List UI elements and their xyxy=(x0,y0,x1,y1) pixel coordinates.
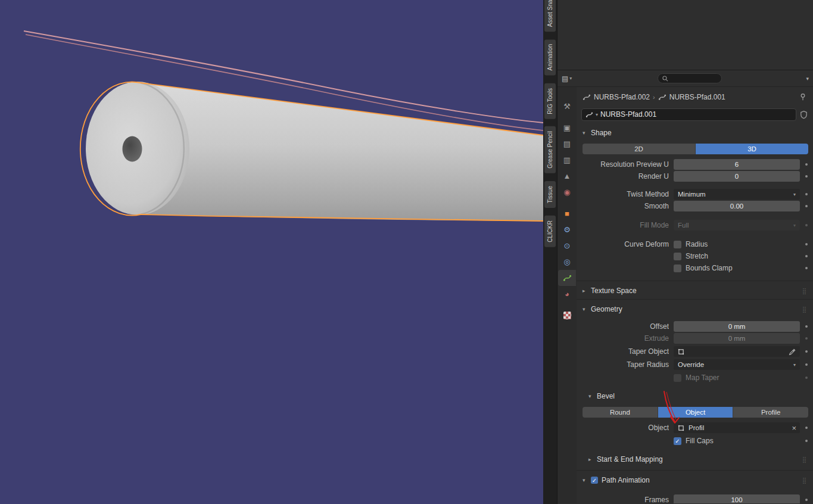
expand-icon: ▾ xyxy=(583,130,587,136)
frames-field[interactable]: 100 xyxy=(674,494,800,503)
chevron-down-icon: ▾ xyxy=(793,192,796,197)
animate-dot-icon[interactable] xyxy=(805,193,808,195)
dimension-3d-button[interactable]: 3D xyxy=(696,144,808,154)
search-input[interactable] xyxy=(671,75,717,82)
bevel-object-button[interactable]: Object xyxy=(658,407,734,418)
tab-modifiers[interactable]: ⚙ xyxy=(558,222,576,238)
bevel-mode-toggle: Round Object Profile xyxy=(583,407,808,418)
sidebar-tab-grease-pencil[interactable]: Grease Pencil xyxy=(544,126,556,173)
animate-dot-icon[interactable] xyxy=(805,205,808,207)
properties-search[interactable] xyxy=(658,73,722,83)
smooth-field[interactable]: 0.00 xyxy=(674,201,800,211)
animate-dot-icon[interactable] xyxy=(805,440,808,442)
sidebar-tab-tissue[interactable]: Tissue xyxy=(544,181,556,208)
render-u-label: Render U xyxy=(577,172,669,181)
editor-type-button[interactable]: ▤ ▾ xyxy=(562,74,572,83)
animate-dot-icon[interactable] xyxy=(805,267,808,269)
properties-content: NURBS-Pfad.002 › NURBS-Pfad.001 ▾ ▾ Shap… xyxy=(577,87,813,503)
sidebar-tab-rig-tools[interactable]: RIG Tools xyxy=(544,83,556,119)
datablock-browse-icon[interactable]: ▾ xyxy=(596,112,598,117)
animate-dot-icon[interactable] xyxy=(805,499,808,501)
animate-dot-icon xyxy=(805,377,808,379)
clear-icon[interactable]: × xyxy=(792,424,796,432)
tab-output[interactable]: ▤ xyxy=(558,136,576,152)
sidebar-tab-animation[interactable]: Animation xyxy=(544,39,556,75)
viewport-scene xyxy=(0,0,543,504)
tab-texture[interactable] xyxy=(558,307,576,323)
tab-world[interactable]: ◉ xyxy=(558,184,576,200)
drag-handle-icon[interactable]: ⣿ xyxy=(802,477,807,484)
drag-handle-icon[interactable]: ⣿ xyxy=(802,288,807,294)
tab-render[interactable]: ▣ xyxy=(558,120,576,136)
breadcrumb-object[interactable]: NURBS-Pfad.002 xyxy=(594,93,650,101)
frames-label: Frames xyxy=(577,496,669,503)
stretch-checkbox-label: Stretch xyxy=(686,252,708,260)
tab-object-data[interactable] xyxy=(558,270,576,286)
texture-space-panel-header[interactable]: ▸ Texture Space ⣿ xyxy=(577,285,813,297)
tab-view-layer[interactable]: ▥ xyxy=(558,152,576,168)
bevel-profile-button[interactable]: Profile xyxy=(733,407,808,418)
fill-caps-checkbox-label: Fill Caps xyxy=(686,437,714,445)
fake-user-shield-icon[interactable] xyxy=(799,110,808,119)
datablock-name-input[interactable] xyxy=(600,110,792,119)
animate-dot-icon xyxy=(805,224,808,226)
animate-dot-icon[interactable] xyxy=(805,243,808,245)
bevel-round-button[interactable]: Round xyxy=(583,407,658,418)
tab-material[interactable]: ◕ xyxy=(558,286,576,302)
sidebar-tab-asset-snap[interactable]: Asset Snap xyxy=(544,0,556,32)
twist-method-dropdown[interactable]: Minimum ▾ xyxy=(674,189,800,200)
header-chevron-icon[interactable]: ▾ xyxy=(806,76,809,82)
animate-dot-icon[interactable] xyxy=(805,363,808,366)
radius-checkbox[interactable] xyxy=(674,241,681,248)
bevel-panel-header[interactable]: ▾ Bevel xyxy=(577,390,813,402)
properties-editor-icon: ▤ xyxy=(562,74,568,83)
start-end-mapping-panel-header[interactable]: ▸ Start & End Mapping ⣿ xyxy=(577,453,813,465)
datablock-name-field[interactable]: ▾ xyxy=(581,108,796,121)
tab-scene[interactable]: ▲ xyxy=(558,168,576,184)
stretch-checkbox[interactable] xyxy=(674,253,681,260)
shape-panel-title: Shape xyxy=(591,129,612,137)
drag-handle-icon[interactable]: ⣿ xyxy=(802,306,807,313)
taper-object-label: Taper Object xyxy=(577,347,669,356)
shape-panel-header[interactable]: ▾ Shape xyxy=(577,127,813,139)
offset-field[interactable]: 0 mm xyxy=(674,321,800,332)
3d-viewport[interactable] xyxy=(0,0,543,504)
curve-object-icon xyxy=(583,93,591,101)
properties-editor: ▤ ▾ ▾ ⚒ ▣ ▤ ▥ ▲ ◉ ■ ⚙ ⊙ ◎ ◕ xyxy=(557,0,813,504)
sidebar-tab-clickr[interactable]: CLICKR xyxy=(544,216,556,247)
taper-radius-dropdown[interactable]: Override ▾ xyxy=(674,359,800,370)
animate-dot-icon[interactable] xyxy=(805,175,808,178)
properties-header: ▤ ▾ ▾ xyxy=(557,70,813,87)
path-animation-panel-header[interactable]: ▾ ✓ Path Animation ⣿ xyxy=(577,474,813,486)
eyedropper-icon[interactable] xyxy=(789,348,796,356)
breadcrumb-data[interactable]: NURBS-Pfad.001 xyxy=(669,93,725,101)
path-animation-checkbox[interactable]: ✓ xyxy=(591,477,598,484)
drag-handle-icon[interactable]: ⣿ xyxy=(802,456,807,463)
animate-dot-icon[interactable] xyxy=(805,325,808,328)
animate-dot-icon[interactable] xyxy=(805,350,808,353)
curve-icon xyxy=(585,111,593,119)
geometry-panel-header[interactable]: ▾ Geometry ⣿ xyxy=(577,303,813,315)
tab-tool[interactable]: ⚒ xyxy=(558,98,576,114)
bounds-clamp-checkbox[interactable] xyxy=(674,265,681,272)
smooth-label: Smooth xyxy=(577,202,669,210)
tab-physics[interactable]: ⊙ xyxy=(558,238,576,254)
fill-caps-checkbox[interactable]: ✓ xyxy=(674,437,681,445)
tab-object[interactable]: ■ xyxy=(558,206,576,222)
dimension-2d-button[interactable]: 2D xyxy=(583,144,696,154)
bevel-object-field[interactable]: Profil × xyxy=(674,422,800,433)
curve-deform-label: Curve Deform xyxy=(577,240,669,248)
expand-icon: ▾ xyxy=(588,393,593,399)
bevel-object-label: Object xyxy=(577,424,669,432)
animate-dot-icon[interactable] xyxy=(805,163,808,166)
map-taper-checkbox xyxy=(674,374,681,382)
resolution-preview-u-field[interactable]: 6 xyxy=(674,159,800,170)
tab-constraints[interactable]: ◎ xyxy=(558,254,576,270)
animate-dot-icon[interactable] xyxy=(805,427,808,429)
pin-icon[interactable] xyxy=(799,93,807,101)
taper-object-field[interactable] xyxy=(674,346,800,357)
texture-space-title: Texture Space xyxy=(591,287,637,295)
render-u-field[interactable]: 0 xyxy=(674,171,800,182)
animate-dot-icon xyxy=(805,337,808,340)
animate-dot-icon[interactable] xyxy=(805,255,808,257)
